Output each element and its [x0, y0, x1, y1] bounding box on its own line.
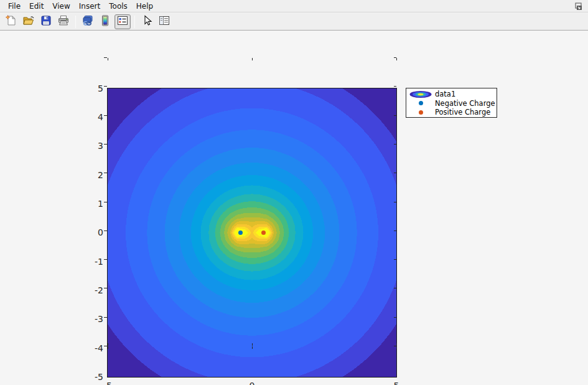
axis-tick — [104, 144, 107, 145]
axis-tick — [394, 288, 396, 288]
figure-toolbar — [0, 13, 588, 31]
legend-contour-glyph-icon — [406, 90, 435, 98]
axis-tick — [104, 115, 107, 116]
legend[interactable]: data1 Negative Charge Positive Charge — [406, 88, 497, 118]
legend-row: Negative Charge — [406, 99, 497, 108]
legend-label-negative-charge: Negative Charge — [435, 99, 495, 108]
axis-tick — [108, 346, 108, 349]
open-folder-icon — [22, 14, 35, 29]
menu-edit[interactable]: Edit — [25, 1, 48, 12]
axis-tick — [394, 173, 396, 173]
arrow-cursor-icon — [141, 14, 153, 29]
save-floppy-icon — [40, 14, 52, 29]
axis-tick — [104, 346, 107, 346]
menubar: File Edit View Insert Tools Help — [0, 0, 588, 12]
axes — [107, 88, 397, 378]
ytick-label: -2 — [81, 285, 103, 296]
axis-tick — [394, 259, 396, 260]
property-inspector-button[interactable] — [156, 14, 172, 29]
axis-tick — [108, 343, 108, 346]
contour-canvas[interactable] — [108, 88, 396, 377]
menu-file[interactable]: File — [4, 1, 25, 12]
axis-tick — [252, 58, 253, 60]
save-figure-button[interactable] — [38, 14, 54, 29]
menu-insert[interactable]: Insert — [75, 1, 105, 12]
ytick-label: 3 — [81, 140, 103, 151]
positive-charge-marker — [261, 231, 266, 235]
axis-tick — [394, 317, 396, 318]
axis-tick — [104, 231, 107, 231]
menu-tools[interactable]: Tools — [105, 1, 132, 12]
menu-help[interactable]: Help — [132, 1, 157, 12]
ytick-label: 0 — [81, 227, 103, 238]
link-icon — [82, 14, 94, 29]
axis-tick — [394, 231, 396, 231]
axis-tick — [396, 343, 397, 346]
open-file-button[interactable] — [21, 14, 37, 29]
axis-tick — [104, 259, 107, 260]
axis-tick — [104, 288, 107, 288]
undock-icon[interactable] — [573, 2, 583, 11]
ytick-label: 1 — [81, 198, 103, 209]
matlab-figure-window: File Edit View Insert Tools Help — [0, 0, 588, 385]
axis-tick — [104, 173, 107, 173]
legend-positive-charge-marker-icon — [406, 110, 435, 115]
new-figure-button[interactable] — [3, 14, 19, 29]
colorbar-icon — [99, 14, 111, 29]
ytick-label: -4 — [81, 343, 103, 354]
axis-tick — [104, 202, 107, 202]
ytick-label: 2 — [81, 169, 103, 181]
print-figure-button[interactable] — [55, 14, 72, 29]
property-editor-icon — [158, 14, 170, 29]
legend-negative-charge-marker-icon — [406, 101, 435, 105]
axis-tick — [252, 346, 253, 349]
toolbar-separator — [134, 16, 135, 28]
axis-tick — [394, 115, 396, 116]
insert-colorbar-button[interactable] — [97, 14, 113, 29]
new-document-icon — [5, 14, 17, 29]
ytick-label: -3 — [81, 313, 103, 325]
menu-view[interactable]: View — [48, 1, 74, 12]
xtick-label: 5 — [384, 380, 409, 385]
axis-tick — [104, 57, 107, 58]
axis-tick — [394, 144, 396, 145]
xtick-label: -5 — [95, 380, 120, 385]
axis-tick — [394, 202, 396, 202]
axis-tick — [104, 86, 107, 87]
legend-icon — [116, 14, 129, 29]
axis-tick — [396, 346, 397, 349]
legend-row: Positive Charge — [406, 108, 497, 117]
axis-tick — [108, 58, 108, 60]
ytick-label: 5 — [81, 83, 103, 94]
axis-tick — [394, 86, 396, 87]
insert-legend-button[interactable] — [114, 14, 131, 29]
axis-tick — [104, 317, 107, 318]
legend-label-data1: data1 — [435, 90, 455, 98]
legend-row: data1 — [406, 90, 497, 99]
printer-icon — [57, 14, 70, 29]
legend-label-positive-charge: Positive Charge — [435, 108, 490, 116]
ytick-label: -1 — [81, 256, 103, 267]
ytick-label: 4 — [81, 112, 103, 123]
negative-charge-marker — [238, 231, 243, 235]
toolbar-separator — [75, 16, 76, 28]
edit-plot-button[interactable] — [139, 14, 155, 29]
axis-tick — [396, 58, 397, 60]
link-plot-button[interactable] — [80, 14, 96, 29]
axis-tick — [252, 343, 253, 346]
xtick-label: 0 — [240, 380, 264, 385]
figure-canvas-area: 5 4 3 2 1 0 -1 -2 -3 -4 -5 -5 0 5 — [0, 31, 588, 385]
